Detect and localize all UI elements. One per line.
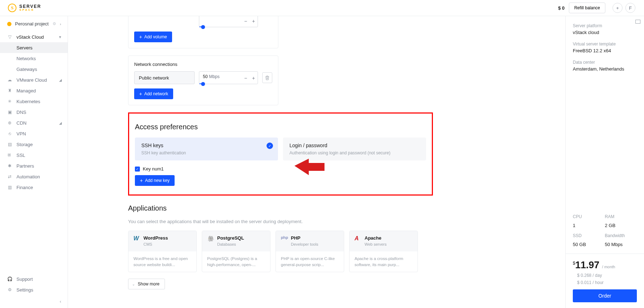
network-name-field[interactable]: Public network <box>134 71 195 84</box>
main-content: − + +Add volume Network connections Publ… <box>68 16 565 308</box>
option-ssh-keys[interactable]: SSH keys SSH key authentication ✓ <box>135 138 278 160</box>
storage-icon: ▤ <box>7 142 12 147</box>
sidebar-item-automation[interactable]: ⇄Automation <box>0 171 68 182</box>
app-card-php[interactable]: phpPHPDeveloper tools PHP is an open-sou… <box>275 231 344 272</box>
refill-balance-button[interactable]: Refill balance <box>569 3 605 13</box>
support-icon: 🎧 <box>7 276 12 281</box>
automation-icon: ⇄ <box>7 174 12 179</box>
sidebar-item-kubernetes[interactable]: ✳Kubernetes <box>0 96 68 107</box>
trash-icon <box>265 76 269 80</box>
svg-marker-0 <box>294 159 325 175</box>
managed-icon: ♜ <box>7 88 12 93</box>
price-day: $ 0.268 / day <box>573 273 637 278</box>
applications-desc: You can select the applications that wil… <box>128 219 555 224</box>
app-card-apache[interactable]: AApacheWeb servers Apache is a cross-pla… <box>349 231 418 272</box>
add-new-key-button[interactable]: +Add new key <box>135 175 175 186</box>
header: S SERVER SPACE $ 0 Refill balance + F <box>0 0 644 16</box>
plus-icon[interactable]: + <box>250 72 258 85</box>
bandwidth-stepper[interactable]: 50Mbps − + <box>199 71 258 84</box>
sidebar-item-finance[interactable]: ▥Finance <box>0 182 68 193</box>
sidebar: Perosnal project ⚙ › ▽ vStack Cloud ▼ Se… <box>0 16 68 308</box>
logo[interactable]: S SERVER SPACE <box>8 4 41 12</box>
sidebar-item-gateways[interactable]: Gateways <box>0 64 68 74</box>
cdn-icon: ⊕ <box>7 120 12 125</box>
logo-icon: S <box>8 4 16 12</box>
gear-icon: ⚙ <box>7 287 12 292</box>
kubernetes-icon: ✳ <box>7 99 12 104</box>
summary-value: vStack cloud <box>573 30 637 35</box>
add-button[interactable]: + <box>613 3 623 13</box>
app-card-postgresql[interactable]: 🐘PostgreSQLDatabases PostgreSQL (Postgre… <box>202 231 270 272</box>
network-connections-card: Network connections Public network 50Mbp… <box>128 56 278 105</box>
summary-label: Data center <box>573 60 637 65</box>
shield-icon: ⛨ <box>7 153 12 158</box>
sidebar-item-vmware[interactable]: ☁VMware Cloud◢ <box>0 74 68 85</box>
chevron-right-icon: ◢ <box>59 121 62 125</box>
app-card-wordpress[interactable]: WWordPressCMS WordPress is a free and op… <box>128 231 197 272</box>
spec-grid: CPURAM 12 GB SSDBandwidth 50 GB50 Mbps <box>573 214 637 247</box>
chevron-right-icon: › <box>60 22 61 26</box>
sidebar-item-storage[interactable]: ▤Storage <box>0 139 68 150</box>
summary-panel: Server platformvStack cloud Virtual serv… <box>565 16 644 308</box>
cloud-icon: ☁ <box>7 77 12 82</box>
card-title: Network connections <box>134 62 272 67</box>
check-icon: ✓ <box>267 143 273 149</box>
sidebar-item-partners[interactable]: ✱Partners <box>0 160 68 171</box>
ssh-key-label: Key num1 <box>143 166 164 172</box>
slider-thumb[interactable] <box>201 25 205 29</box>
ssh-key-row[interactable]: ✓ Key num1 <box>135 166 426 172</box>
checkbox[interactable]: ✓ <box>135 167 140 172</box>
chevron-down-icon: ▼ <box>58 35 62 39</box>
partners-icon: ✱ <box>7 163 12 168</box>
sidebar-item-settings[interactable]: ⚙Settings <box>0 284 68 295</box>
plus-icon[interactable]: + <box>250 16 258 28</box>
balance: $ 0 <box>558 5 565 11</box>
add-volume-button[interactable]: +Add volume <box>134 32 172 42</box>
sidebar-item-vstack-cloud[interactable]: ▽ vStack Cloud ▼ <box>0 32 68 42</box>
sidebar-item-ssl[interactable]: ⛨SSL <box>0 150 68 160</box>
project-switcher[interactable]: Perosnal project ⚙ › <box>0 16 68 32</box>
summary-label: Virtual server template <box>573 42 637 47</box>
access-preferences-section: Access preferences SSH keys SSH key auth… <box>128 112 433 196</box>
gear-icon[interactable]: ⚙ <box>53 21 56 26</box>
avatar[interactable]: F <box>625 3 635 13</box>
sidebar-item-dns[interactable]: ▣DNS <box>0 107 68 117</box>
section-title: Access preferences <box>135 123 426 131</box>
project-dot-icon <box>7 22 11 26</box>
sidebar-item-support[interactable]: 🎧Support <box>0 274 68 284</box>
apache-icon: A <box>355 235 361 242</box>
project-name: Perosnal project <box>15 21 49 27</box>
dns-icon: ▣ <box>7 110 12 115</box>
summary-value: FreeBSD 12.2 x64 <box>573 48 637 53</box>
wordpress-icon: W <box>133 235 140 242</box>
chevron-right-icon: ◢ <box>59 78 62 82</box>
minus-icon[interactable]: − <box>242 16 250 28</box>
vstack-icon: ▽ <box>7 34 12 39</box>
price-main: $11.97 / month <box>573 260 637 271</box>
option-login-password[interactable]: Login / password Authentication using lo… <box>283 138 426 160</box>
collapse-panel-button[interactable] <box>635 20 640 24</box>
order-button[interactable]: Order <box>573 289 637 302</box>
applications-title: Applications <box>128 204 555 212</box>
sidebar-item-cdn[interactable]: ⊕CDN◢ <box>0 117 68 128</box>
minus-icon[interactable]: − <box>242 72 250 85</box>
summary-value: Amsterdam, Netherlands <box>573 66 637 72</box>
add-network-button[interactable]: +Add network <box>134 88 173 99</box>
volume-stepper[interactable]: − + <box>199 16 258 27</box>
delete-network-button[interactable] <box>262 72 272 83</box>
postgresql-icon: 🐘 <box>207 235 214 242</box>
sidebar-item-vpn[interactable]: ⎋VPN <box>0 128 68 139</box>
chevron-down-icon: ⌄ <box>132 282 135 286</box>
show-more-button[interactable]: ⌄Show more <box>128 279 165 289</box>
collapse-sidebar-button[interactable]: ‹ <box>0 295 68 308</box>
finance-icon: ▥ <box>7 185 12 190</box>
price-box: $11.97 / month $ 0.268 / day $ 0.011 / h… <box>566 254 644 308</box>
slider-thumb[interactable] <box>201 82 205 86</box>
price-hour: $ 0.011 / hour <box>573 280 637 285</box>
sidebar-item-networks[interactable]: Networks <box>0 53 68 64</box>
sidebar-item-servers[interactable]: Servers <box>0 42 68 53</box>
php-icon: php <box>281 235 287 240</box>
sidebar-item-managed[interactable]: ♜Managed <box>0 85 68 96</box>
summary-label: Server platform <box>573 23 637 28</box>
logo-text: SERVER SPACE <box>19 4 41 11</box>
